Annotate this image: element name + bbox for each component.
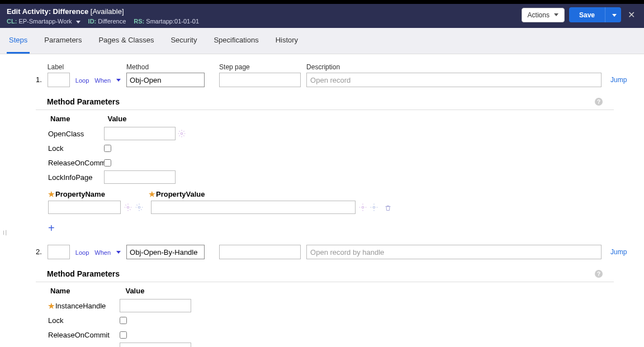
svg-point-2: [138, 206, 140, 208]
jump-link[interactable]: Jump: [610, 76, 627, 87]
method-input[interactable]: [126, 245, 205, 259]
help-icon[interactable]: ?: [595, 98, 603, 106]
tabs-bar: Steps Parameters Pages & Classes Securit…: [0, 28, 644, 54]
tab-steps[interactable]: Steps: [7, 28, 30, 54]
gear-icon[interactable]: [178, 130, 186, 137]
chevron-down-icon: [554, 13, 558, 16]
step-row: 2. Loop When Jump: [36, 245, 614, 259]
column-header-method: Method: [126, 63, 205, 71]
param-checkbox-lock[interactable]: [120, 317, 127, 324]
method-parameters-title: Method Parameters: [47, 97, 120, 106]
param-input-openclass[interactable]: [104, 127, 176, 140]
step-page-input[interactable]: [219, 73, 301, 87]
param-input-lockinfo[interactable]: [104, 170, 176, 184]
column-header-steppage: Step page: [219, 63, 301, 71]
param-label: OpenClass: [48, 130, 104, 138]
rs-value: Smartapp:01-01-01: [146, 18, 199, 25]
param-header-value: Value: [107, 115, 126, 123]
param-checkbox-release[interactable]: [104, 159, 111, 167]
param-input-lockinfo[interactable]: [120, 343, 191, 347]
when-link[interactable]: When: [94, 77, 111, 87]
save-dropdown-button[interactable]: [605, 7, 621, 22]
tab-specifications[interactable]: Specifications: [211, 28, 261, 54]
cl-label: CL:: [7, 18, 17, 25]
label-input[interactable]: [48, 73, 70, 87]
app-top-bar: [0, 0, 644, 4]
param-header-value: Value: [125, 287, 144, 295]
divider: [36, 110, 614, 110]
param-label: Lock: [48, 144, 104, 153]
gear-icon[interactable]: [359, 203, 367, 211]
id-value: Difference: [98, 18, 126, 25]
param-input-instance[interactable]: [120, 299, 191, 312]
help-icon[interactable]: ?: [595, 270, 603, 278]
jump-link[interactable]: Jump: [610, 248, 627, 259]
expand-icon[interactable]: [116, 79, 121, 82]
when-link[interactable]: When: [94, 249, 111, 259]
svg-point-0: [181, 132, 183, 135]
param-label: Lock: [48, 316, 120, 325]
loop-link[interactable]: Loop: [75, 77, 89, 87]
gear-icon[interactable]: [124, 203, 132, 211]
param-label: ReleaseOnCommit: [48, 159, 104, 167]
content-area: 1. Label Loop When Method Step page Desc…: [8, 54, 636, 347]
expand-icon[interactable]: [116, 251, 121, 254]
step-row: 1. Label Loop When Method Step page Desc…: [36, 63, 614, 87]
actions-button[interactable]: Actions: [522, 8, 565, 22]
tab-history[interactable]: History: [273, 28, 300, 54]
save-button[interactable]: Save: [569, 7, 605, 22]
method-input[interactable]: [126, 73, 205, 87]
tab-parameters[interactable]: Parameters: [42, 28, 84, 54]
column-header-label: Label: [48, 63, 70, 71]
add-icon[interactable]: +: [48, 222, 58, 235]
divider: [36, 282, 614, 282]
tab-security[interactable]: Security: [168, 28, 199, 54]
column-header-description: Description: [306, 63, 602, 71]
rs-label: RS:: [134, 18, 144, 25]
method-parameters-title: Method Parameters: [47, 269, 120, 278]
page-header: Edit Activity: Difference [Available] CL…: [0, 4, 644, 28]
svg-point-1: [127, 206, 129, 208]
svg-point-3: [362, 206, 364, 208]
trash-icon[interactable]: [385, 204, 391, 211]
param-label: LockInfoPage: [48, 173, 104, 182]
property-name-input[interactable]: [48, 201, 121, 214]
param-header-name: Name: [50, 287, 70, 295]
prop-value-header: ★PropertyValue: [149, 190, 205, 198]
chevron-down-icon: [612, 14, 617, 17]
step-page-input[interactable]: [219, 245, 301, 259]
description-input[interactable]: [306, 73, 602, 87]
gear-icon[interactable]: [135, 203, 143, 211]
param-label: ★InstanceHandle: [48, 302, 120, 310]
svg-point-4: [373, 206, 375, 208]
step-number: 2.: [36, 248, 42, 259]
param-label: ReleaseOnCommit: [48, 331, 120, 339]
param-label: LockInfoPage: [48, 345, 120, 348]
description-input[interactable]: [306, 245, 602, 259]
id-label: ID:: [88, 18, 97, 25]
step-number: 1.: [36, 75, 42, 87]
prop-name-header: ★PropertyName: [48, 190, 149, 198]
loop-link[interactable]: Loop: [75, 249, 89, 259]
chevron-down-icon[interactable]: [76, 21, 80, 23]
param-checkbox-lock[interactable]: [104, 145, 111, 152]
param-checkbox-release[interactable]: [120, 331, 127, 339]
drag-handle-icon[interactable]: 〢: [2, 229, 8, 237]
label-input[interactable]: [48, 245, 70, 259]
property-value-input[interactable]: [151, 201, 356, 214]
tab-pages-classes[interactable]: Pages & Classes: [96, 28, 156, 54]
page-title: Edit Activity: Difference [Available]: [7, 7, 199, 16]
close-icon[interactable]: ✕: [626, 9, 637, 20]
param-header-name: Name: [50, 115, 70, 123]
gear-icon[interactable]: [370, 203, 378, 211]
cl-value[interactable]: EP-Smartapp-Work: [18, 18, 72, 25]
